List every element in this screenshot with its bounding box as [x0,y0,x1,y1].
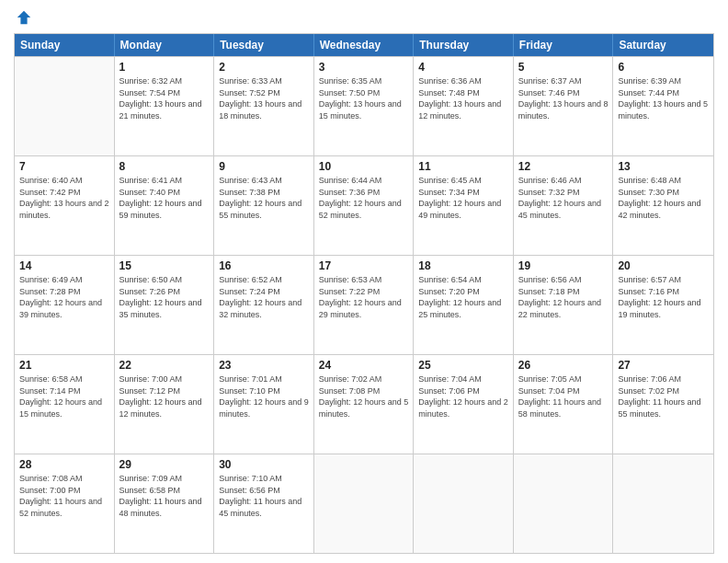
cal-cell-0-4: 4Sunrise: 6:36 AM Sunset: 7:48 PM Daylig… [414,57,514,155]
day-number: 7 [19,160,109,173]
day-number: 29 [119,458,210,471]
cal-cell-1-2: 9Sunrise: 6:43 AM Sunset: 7:38 PM Daylig… [214,156,314,255]
day-number: 13 [618,160,709,173]
day-number: 9 [219,160,309,173]
cal-cell-0-5: 5Sunrise: 6:37 AM Sunset: 7:46 PM Daylig… [514,57,614,155]
header-day-thursday: Thursday [414,34,514,56]
cal-cell-3-6: 27Sunrise: 7:06 AM Sunset: 7:02 PM Dayli… [613,355,713,454]
day-number: 24 [319,359,409,372]
day-info: Sunrise: 6:46 AM Sunset: 7:32 PM Dayligh… [518,175,609,221]
header-day-friday: Friday [514,34,614,56]
week-row-3: 21Sunrise: 6:58 AM Sunset: 7:14 PM Dayli… [15,354,713,454]
cal-cell-0-2: 2Sunrise: 6:33 AM Sunset: 7:52 PM Daylig… [214,57,314,155]
cal-cell-3-5: 26Sunrise: 7:05 AM Sunset: 7:04 PM Dayli… [514,355,614,454]
cal-cell-4-4 [414,454,514,553]
day-info: Sunrise: 7:04 AM Sunset: 7:06 PM Dayligh… [418,373,508,419]
day-info: Sunrise: 6:49 AM Sunset: 7:28 PM Dayligh… [19,274,109,320]
day-number: 19 [518,259,609,272]
day-number: 22 [119,359,210,372]
day-number: 23 [219,359,309,372]
week-row-1: 7Sunrise: 6:40 AM Sunset: 7:42 PM Daylig… [15,155,713,255]
header-day-wednesday: Wednesday [314,34,415,56]
day-number: 11 [418,160,508,173]
cal-cell-4-5 [514,454,614,553]
day-info: Sunrise: 6:36 AM Sunset: 7:48 PM Dayligh… [418,75,508,121]
day-number: 1 [119,61,210,74]
cal-cell-2-1: 15Sunrise: 6:50 AM Sunset: 7:26 PM Dayli… [115,256,215,354]
header-day-monday: Monday [115,34,215,56]
cal-cell-4-1: 29Sunrise: 7:09 AM Sunset: 6:58 PM Dayli… [115,454,215,553]
day-number: 2 [219,61,309,74]
calendar: SundayMondayTuesdayWednesdayThursdayFrid… [14,33,714,554]
cal-cell-2-6: 20Sunrise: 6:57 AM Sunset: 7:16 PM Dayli… [613,256,713,354]
day-number: 30 [219,458,309,471]
cal-cell-0-0 [15,57,115,155]
day-info: Sunrise: 6:53 AM Sunset: 7:22 PM Dayligh… [319,274,409,320]
cal-cell-1-3: 10Sunrise: 6:44 AM Sunset: 7:36 PM Dayli… [314,156,415,255]
cal-cell-4-3 [314,454,415,553]
day-info: Sunrise: 7:02 AM Sunset: 7:08 PM Dayligh… [319,373,409,419]
cal-cell-3-2: 23Sunrise: 7:01 AM Sunset: 7:10 PM Dayli… [214,355,314,454]
cal-cell-4-6 [613,454,713,553]
day-number: 6 [618,61,709,74]
cal-cell-2-3: 17Sunrise: 6:53 AM Sunset: 7:22 PM Dayli… [314,256,415,354]
day-number: 14 [19,259,109,272]
day-info: Sunrise: 6:50 AM Sunset: 7:26 PM Dayligh… [119,274,210,320]
day-number: 10 [319,160,409,173]
day-info: Sunrise: 6:44 AM Sunset: 7:36 PM Dayligh… [319,175,409,221]
svg-marker-0 [17,11,30,24]
cal-cell-1-0: 7Sunrise: 6:40 AM Sunset: 7:42 PM Daylig… [15,156,115,255]
day-info: Sunrise: 7:00 AM Sunset: 7:12 PM Dayligh… [119,373,210,419]
day-info: Sunrise: 6:43 AM Sunset: 7:38 PM Dayligh… [219,175,309,221]
cal-cell-3-0: 21Sunrise: 6:58 AM Sunset: 7:14 PM Dayli… [15,355,115,454]
header-day-tuesday: Tuesday [214,34,314,56]
cal-cell-2-2: 16Sunrise: 6:52 AM Sunset: 7:24 PM Dayli… [214,256,314,354]
cal-cell-2-5: 19Sunrise: 6:56 AM Sunset: 7:18 PM Dayli… [514,256,614,354]
day-info: Sunrise: 7:10 AM Sunset: 6:56 PM Dayligh… [219,473,309,519]
cal-cell-2-4: 18Sunrise: 6:54 AM Sunset: 7:20 PM Dayli… [414,256,514,354]
cal-cell-3-1: 22Sunrise: 7:00 AM Sunset: 7:12 PM Dayli… [115,355,215,454]
day-info: Sunrise: 6:57 AM Sunset: 7:16 PM Dayligh… [618,274,709,320]
day-info: Sunrise: 6:52 AM Sunset: 7:24 PM Dayligh… [219,274,309,320]
cal-cell-0-1: 1Sunrise: 6:32 AM Sunset: 7:54 PM Daylig… [115,57,215,155]
day-info: Sunrise: 6:37 AM Sunset: 7:46 PM Dayligh… [518,75,609,121]
logo-icon [16,9,32,26]
day-info: Sunrise: 7:01 AM Sunset: 7:10 PM Dayligh… [219,373,309,419]
day-info: Sunrise: 7:05 AM Sunset: 7:04 PM Dayligh… [518,373,609,419]
day-number: 15 [119,259,210,272]
day-info: Sunrise: 6:48 AM Sunset: 7:30 PM Dayligh… [618,175,709,221]
day-info: Sunrise: 6:54 AM Sunset: 7:20 PM Dayligh… [418,274,508,320]
day-number: 20 [618,259,709,272]
page: SundayMondayTuesdayWednesdayThursdayFrid… [0,0,728,563]
day-info: Sunrise: 7:08 AM Sunset: 7:00 PM Dayligh… [19,473,109,519]
week-row-2: 14Sunrise: 6:49 AM Sunset: 7:28 PM Dayli… [15,255,713,354]
cal-cell-1-6: 13Sunrise: 6:48 AM Sunset: 7:30 PM Dayli… [613,156,713,255]
cal-cell-1-4: 11Sunrise: 6:45 AM Sunset: 7:34 PM Dayli… [414,156,514,255]
day-number: 18 [418,259,508,272]
day-info: Sunrise: 6:32 AM Sunset: 7:54 PM Dayligh… [119,75,210,121]
cal-cell-3-3: 24Sunrise: 7:02 AM Sunset: 7:08 PM Dayli… [314,355,415,454]
day-number: 8 [119,160,210,173]
day-info: Sunrise: 7:06 AM Sunset: 7:02 PM Dayligh… [618,373,709,419]
day-number: 16 [219,259,309,272]
day-info: Sunrise: 6:45 AM Sunset: 7:34 PM Dayligh… [418,175,508,221]
day-number: 17 [319,259,409,272]
day-number: 25 [418,359,508,372]
day-info: Sunrise: 6:41 AM Sunset: 7:40 PM Dayligh… [119,175,210,221]
cal-cell-0-3: 3Sunrise: 6:35 AM Sunset: 7:50 PM Daylig… [314,57,415,155]
day-number: 28 [19,458,109,471]
week-row-4: 28Sunrise: 7:08 AM Sunset: 7:00 PM Dayli… [15,454,713,553]
cal-cell-2-0: 14Sunrise: 6:49 AM Sunset: 7:28 PM Dayli… [15,256,115,354]
cal-cell-1-5: 12Sunrise: 6:46 AM Sunset: 7:32 PM Dayli… [514,156,614,255]
header-day-sunday: Sunday [15,34,115,56]
cal-cell-1-1: 8Sunrise: 6:41 AM Sunset: 7:40 PM Daylig… [115,156,215,255]
day-number: 5 [518,61,609,74]
day-number: 26 [518,359,609,372]
day-number: 3 [319,61,409,74]
day-number: 4 [418,61,508,74]
day-info: Sunrise: 6:56 AM Sunset: 7:18 PM Dayligh… [518,274,609,320]
day-info: Sunrise: 6:40 AM Sunset: 7:42 PM Dayligh… [19,175,109,221]
day-number: 21 [19,359,109,372]
day-info: Sunrise: 7:09 AM Sunset: 6:58 PM Dayligh… [119,473,210,519]
cal-cell-4-0: 28Sunrise: 7:08 AM Sunset: 7:00 PM Dayli… [15,454,115,553]
